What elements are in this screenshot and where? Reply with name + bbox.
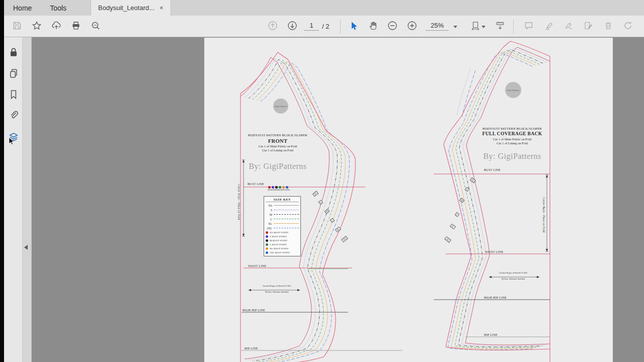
edit-pdf-button[interactable] [582, 21, 594, 33]
bookmarks-panel-button[interactable] [8, 89, 19, 100]
search-icon [91, 21, 101, 33]
fit-width-icon [470, 21, 480, 33]
back-stretch-note-1: Greatest Degree of Stretch 25-50% [484, 272, 542, 274]
back-bust-label: BUST LINE [484, 168, 501, 171]
plus-circle-icon [407, 21, 417, 33]
comment-button[interactable] [523, 21, 535, 33]
arrow-down-circle-icon [287, 21, 297, 33]
save-icon [12, 21, 22, 33]
cloud-upload-icon [51, 21, 61, 33]
security-panel-button[interactable] [8, 47, 19, 58]
page-edit-icon [583, 21, 593, 33]
hand-icon [368, 21, 378, 33]
back-byline: By: GigiPatterns [469, 152, 555, 161]
rotate-button[interactable] [622, 21, 634, 33]
previous-page-button[interactable] [267, 21, 279, 33]
next-page-button[interactable] [286, 21, 298, 33]
back-title-block: BODYSUIT PATTERN BLOCK/SLOPER FULL COVER… [469, 127, 555, 145]
tab-tools-label: Tools [50, 4, 66, 12]
print-button[interactable] [70, 21, 82, 33]
fountain-pen-icon [564, 21, 574, 33]
size-key-legend: SIZE KEY XS S M L XL 2XL XS BUST POINT S… [264, 196, 301, 256]
bust-point-dots [268, 186, 288, 189]
bust-point-dot [282, 186, 285, 189]
front-cut-main: Cut 1 of Main Fabric on Fold [234, 144, 321, 148]
highlight-button[interactable] [543, 21, 555, 33]
chevron-down-icon[interactable] [453, 26, 457, 28]
scroll-mode-button[interactable] [494, 21, 506, 33]
pages-icon [8, 72, 19, 80]
zoom-level-dropdown[interactable]: 25% [426, 22, 449, 31]
chevron-down-icon[interactable] [481, 26, 486, 28]
back-cut-main: Cut 1 of Main Fabric on Fold [469, 137, 555, 141]
favorite-button[interactable] [31, 21, 43, 33]
paperclip-icon [8, 114, 19, 122]
attachments-panel-button[interactable] [8, 110, 19, 121]
back-high-hip-label: HIGH HIP LINE [484, 296, 507, 299]
gigipatterns-logo-stamp: Gigi Patterns [505, 82, 521, 98]
delete-button[interactable] [602, 21, 614, 33]
front-cut-lining: Cut 1 of Lining on Fold [234, 148, 321, 152]
back-header: BODYSUIT PATTERN BLOCK/SLOPER [469, 127, 555, 131]
bust-point-short-labels: XS BP S BP M BP L BP XL BP 2XL BP [268, 189, 290, 191]
zoom-out-button[interactable] [386, 21, 398, 33]
panel-edge [23, 37, 32, 362]
rotate-icon [623, 21, 633, 33]
share-upload-button[interactable] [50, 21, 62, 33]
back-hip-label: HIP LINE [484, 333, 498, 336]
bookmark-icon [8, 93, 19, 102]
pdf-page[interactable]: Gigi Patterns BODYSUIT PATTERN BLOCK/SLO… [204, 38, 613, 362]
select-tool-button[interactable] [348, 21, 360, 33]
page-number-input[interactable]: 1 [304, 22, 319, 31]
back-name: FULL COVERAGE BACK [469, 131, 555, 137]
back-fold-label: Center Back - Place on Fold [542, 178, 545, 251]
size-line-sample [274, 214, 299, 215]
back-waist-label: WAIST LINE [485, 250, 503, 253]
tab-bar: Home Tools Bodysuit_Leotard... × [4, 0, 644, 16]
ruler-down-icon [495, 21, 505, 33]
sign-button[interactable] [562, 21, 575, 33]
front-header: BODYSUIT PATTERN BLOCK/SLOPER [234, 133, 321, 137]
gigipatterns-logo-stamp: Gigi Patterns [273, 99, 288, 114]
main-toolbar: 1 / 2 25% [4, 16, 644, 37]
hand-tool-button[interactable] [367, 21, 379, 33]
front-waist-label: WAIST LINE [248, 264, 266, 267]
front-stretch-note-1: Greatest Degree of Stretch 25-50% [248, 285, 306, 287]
front-stretch-note-2: No Ease Allowance Included [248, 291, 306, 293]
page-fit-button[interactable] [469, 21, 481, 33]
page-count-label: / 2 [322, 23, 329, 30]
size-line-sample [274, 210, 299, 210]
bust-point-dot [279, 186, 281, 189]
close-icon[interactable]: × [159, 5, 164, 11]
back-cut-lining: Cut 1 of Lining on Fold [469, 141, 555, 145]
tab-document[interactable]: Bodysuit_Leotard... × [91, 0, 171, 16]
arrow-up-circle-icon [268, 21, 278, 33]
navigation-sidebar [4, 37, 23, 362]
front-high-hip-label: HIGH HIP LINE [243, 309, 265, 312]
collapse-panel-button[interactable] [24, 245, 28, 250]
minus-circle-icon [387, 21, 397, 33]
toolbar-divider [340, 20, 341, 34]
tab-tools[interactable]: Tools [41, 0, 75, 16]
save-button[interactable] [11, 21, 23, 33]
front-fold-label: Center Front - Place on Fold [237, 164, 240, 240]
tab-home-label: Home [13, 4, 32, 12]
logo-text: Gigi Patterns [275, 105, 287, 108]
page-thumbnails-button[interactable] [8, 68, 19, 79]
back-stretch-note-2: No Ease Allowance Included [484, 278, 542, 280]
zoom-in-button[interactable] [406, 21, 418, 33]
size-line-sample [274, 219, 299, 219]
mouse-cursor [9, 137, 15, 147]
front-name: FRONT [234, 138, 321, 144]
document-area[interactable]: Gigi Patterns BODYSUIT PATTERN BLOCK/SLO… [31, 37, 644, 362]
front-title-block: BODYSUIT PATTERN BLOCK/SLOPER FRONT Cut … [234, 133, 321, 153]
size-line-sample [274, 223, 299, 224]
front-hip-label: HIP LINE [245, 347, 258, 350]
highlighter-icon [544, 21, 554, 33]
bust-point-dot [286, 186, 288, 189]
tab-home[interactable]: Home [4, 0, 41, 16]
search-button[interactable] [90, 21, 102, 33]
bust-point-dot [275, 186, 278, 189]
bust-point-dot [268, 186, 271, 189]
size-line-sample [274, 228, 299, 228]
